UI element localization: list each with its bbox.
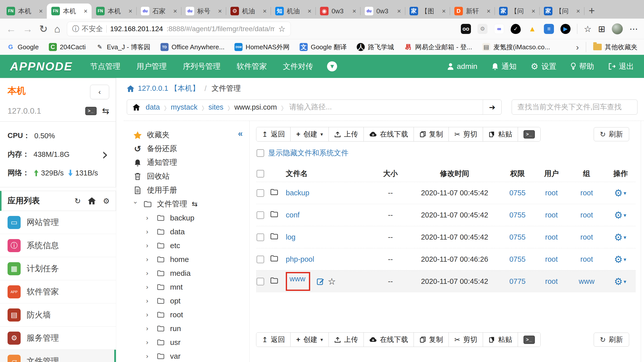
- favorite-star-icon[interactable]: ☆: [328, 276, 336, 287]
- tab-close-icon[interactable]: ×: [129, 7, 132, 15]
- browser-tab[interactable]: FN 本机 ×: [47, 4, 92, 19]
- paste-button[interactable]: 粘贴: [483, 333, 518, 347]
- nav-item-1[interactable]: 用户管理: [136, 61, 167, 72]
- bookmark-item[interactable]: ▤ 麦氪搜(iMacso.co...: [482, 43, 550, 52]
- tree-folder-item[interactable]: › media: [133, 266, 247, 280]
- nav-notifications[interactable]: 通知: [492, 61, 517, 72]
- path-crumb-link[interactable]: data: [143, 103, 162, 111]
- file-table-row[interactable]: backup -- 2020-11-07 00:45:42 0755 root …: [256, 182, 636, 204]
- tree-collapse-icon[interactable]: «: [238, 128, 243, 138]
- sidebar-app-item[interactable]: APP 软件管家: [0, 280, 116, 303]
- shield-check-icon[interactable]: ✓: [511, 24, 521, 34]
- file-group-link[interactable]: root: [568, 233, 606, 241]
- tree-folder-item[interactable]: › root: [133, 308, 247, 322]
- row-actions-gear-icon[interactable]: ⚙▼: [606, 276, 636, 287]
- chevron-right-icon[interactable]: ›: [146, 283, 151, 291]
- tree-root-filemgr[interactable]: › 文件管理 ⇆: [133, 197, 247, 211]
- other-bookmarks-folder[interactable]: 其他收藏夹: [593, 43, 637, 52]
- collections-icon[interactable]: ⊞: [598, 24, 606, 34]
- tree-folder-item[interactable]: › opt: [133, 294, 247, 308]
- tab-close-icon[interactable]: ×: [352, 7, 356, 15]
- profile-avatar[interactable]: [612, 23, 623, 34]
- row-checkbox[interactable]: [257, 211, 264, 219]
- tab-close-icon[interactable]: ×: [397, 7, 401, 15]
- nav-user[interactable]: admin: [447, 62, 477, 71]
- online-download-button[interactable]: 在线下载: [364, 333, 414, 347]
- browser-tab[interactable]: du 石家 ×: [136, 4, 181, 19]
- media-extension-icon[interactable]: ▶: [560, 24, 571, 34]
- row-actions-gear-icon[interactable]: ⚙▼: [606, 232, 636, 243]
- file-permissions-link[interactable]: 0775: [500, 277, 535, 286]
- bookmark-item[interactable]: 易 网易企业邮箱 - 登...: [404, 43, 472, 52]
- chevron-right-icon[interactable]: ›: [146, 228, 151, 236]
- path-crumb-link[interactable]: mystack: [168, 103, 200, 111]
- cut-button[interactable]: ✂剪切: [449, 127, 483, 141]
- nav-item-4[interactable]: 文件对传: [283, 61, 313, 72]
- file-user-link[interactable]: root: [535, 211, 568, 219]
- tab-close-icon[interactable]: ×: [487, 7, 491, 15]
- bookmark-item[interactable]: DSM HomeNAS外网: [234, 43, 290, 52]
- row-actions-gear-icon[interactable]: ⚙▼: [606, 188, 636, 199]
- sidebar-app-item[interactable]: ▭ 网站管理: [0, 211, 116, 234]
- chevron-right-icon[interactable]: ›: [146, 325, 151, 332]
- more-menu-icon[interactable]: ⋯: [629, 24, 638, 34]
- bookmark-item[interactable]: ✎ Eva_J - 博客园: [96, 43, 150, 52]
- home-breadcrumb-icon[interactable]: [127, 85, 134, 92]
- tree-swap-icon[interactable]: ⇆: [192, 200, 197, 208]
- file-group-link[interactable]: root: [568, 189, 606, 197]
- nav-item-0[interactable]: 节点管理: [90, 61, 120, 72]
- tab-close-icon[interactable]: ×: [263, 7, 267, 15]
- tree-item-star[interactable]: 收藏夹: [133, 128, 247, 142]
- chevron-right-icon[interactable]: ›: [146, 269, 151, 277]
- browser-tab[interactable]: ◉ 0w3 ×: [315, 4, 360, 19]
- refresh-apps-icon[interactable]: ↻: [74, 197, 81, 205]
- nav-help[interactable]: 帮助: [571, 61, 594, 72]
- file-name-link[interactable]: backup: [286, 189, 309, 197]
- security-status[interactable]: ⓘ 不安全: [72, 24, 103, 34]
- chevron-right-icon[interactable]: ›: [146, 242, 151, 249]
- tree-folder-item[interactable]: › home: [133, 252, 247, 266]
- tree-folder-item[interactable]: › data: [133, 225, 247, 239]
- tree-folder-item[interactable]: › run: [133, 322, 247, 335]
- tree-folder-item[interactable]: › mnt: [133, 280, 247, 294]
- nav-item-3[interactable]: 软件管家: [236, 61, 267, 72]
- address-bar[interactable]: ⓘ 不安全 192.168.201.124 :8888/#/agent/1/fi…: [67, 22, 291, 36]
- file-name-link[interactable]: www: [286, 272, 310, 291]
- browser-tab[interactable]: D 新轩 ×: [450, 4, 495, 19]
- chevron-right-icon[interactable]: ›: [146, 339, 151, 346]
- row-actions-gear-icon[interactable]: ⚙▼: [606, 254, 636, 265]
- tree-item-bell[interactable]: 通知管理: [133, 156, 247, 169]
- file-permissions-link[interactable]: 0755: [500, 255, 535, 263]
- bookmark-item[interactable]: 人 路飞学城: [357, 43, 394, 52]
- file-permissions-link[interactable]: 0755: [500, 189, 535, 197]
- refresh-button[interactable]: ↻刷新: [594, 127, 629, 141]
- paste-button[interactable]: 粘贴: [483, 127, 518, 141]
- file-permissions-link[interactable]: 0755: [500, 233, 535, 241]
- proxy-extension-icon[interactable]: oo: [461, 24, 471, 34]
- back-icon[interactable]: ←: [6, 24, 16, 34]
- path-input-placeholder[interactable]: 请输入路径...: [289, 102, 332, 112]
- online-download-button[interactable]: 在线下载: [364, 127, 414, 141]
- row-checkbox[interactable]: [257, 234, 264, 241]
- chevron-right-icon[interactable]: ›: [146, 311, 151, 319]
- sidebar-collapse-button[interactable]: ‹: [90, 85, 109, 99]
- browser-tab[interactable]: 家 【图 ×: [405, 4, 450, 19]
- tab-close-icon[interactable]: ×: [39, 7, 43, 15]
- file-table-row[interactable]: www ☆ -- 2020-11-07 00:45:42 0775 root w…: [256, 270, 636, 292]
- back-button[interactable]: ↥返回: [256, 333, 291, 347]
- chevron-right-icon[interactable]: ›: [146, 297, 151, 305]
- browser-tab[interactable]: 家 【问 ×: [539, 4, 584, 19]
- chevron-right-icon[interactable]: ›: [146, 352, 151, 360]
- copy-button[interactable]: 复制: [414, 333, 449, 347]
- bookmarks-overflow-icon[interactable]: ›: [576, 42, 579, 52]
- file-name-link[interactable]: conf: [286, 211, 300, 219]
- gdrive-extension-icon[interactable]: ▲: [527, 24, 537, 34]
- nav-dropdown-icon[interactable]: ▼: [327, 61, 337, 71]
- sidebar-app-item[interactable]: ⚙ 服务管理: [0, 327, 116, 350]
- chevron-expanded-icon[interactable]: ›: [132, 201, 139, 207]
- browser-tab[interactable]: ⚙ 机油 ×: [226, 4, 271, 19]
- file-group-link[interactable]: root: [568, 255, 606, 263]
- netdisk-extension-icon[interactable]: ∞: [494, 24, 504, 34]
- tree-folder-item[interactable]: › backup: [133, 211, 247, 225]
- tab-close-icon[interactable]: ×: [173, 7, 177, 15]
